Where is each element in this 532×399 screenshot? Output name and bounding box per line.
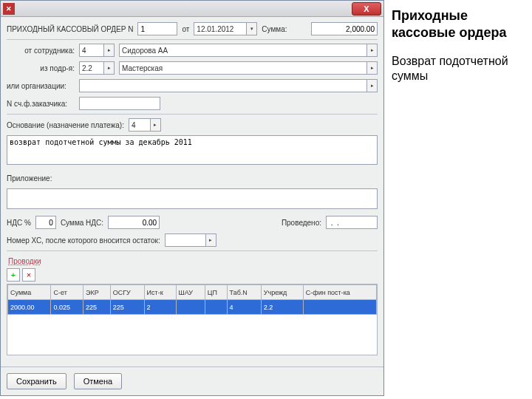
side-description: Приходные кассовые ордера Возврат подотч… (384, 0, 532, 399)
save-button[interactable]: Сохранить (7, 373, 66, 389)
dept-code-combo[interactable]: 2.2▸ (79, 61, 115, 75)
entries-grid[interactable]: Сумма С-ет ЭКР ОСГУ Ист-к ШАУ ЦП Таб.N У… (7, 284, 378, 355)
customer-invoice-label: N сч.ф.заказчика: (7, 100, 75, 108)
org-label: или организации: (7, 82, 75, 90)
employee-code-combo[interactable]: 4▸ (79, 44, 115, 57)
tab-entries[interactable]: Проводки (7, 254, 378, 267)
order-number-input[interactable] (137, 22, 177, 35)
chevron-down-icon: ▸ (103, 44, 114, 56)
app-icon: ✕ (3, 3, 15, 15)
grid-header-row: Сумма С-ет ЭКР ОСГУ Ист-к ШАУ ЦП Таб.N У… (8, 285, 377, 300)
xc-combo[interactable]: ▸ (165, 233, 216, 247)
form-area: ПРИХОДНЫЙ КАССОВЫЙ ОРДЕР N от 12.01.2012… (1, 17, 383, 366)
sum-input[interactable] (311, 22, 378, 35)
chevron-down-icon: ▸ (366, 80, 377, 92)
from-dept-label: из подр-я: (7, 64, 75, 72)
org-combo[interactable]: ▸ (79, 79, 378, 92)
vat-pct-input[interactable] (35, 216, 56, 229)
chevron-down-icon: ▸ (366, 62, 377, 74)
date-combo[interactable]: 12.01.2012▾ (194, 22, 257, 35)
posted-input[interactable] (326, 216, 378, 229)
delete-row-button[interactable]: × (22, 268, 35, 282)
dept-name-combo[interactable]: Мастерская▸ (119, 61, 378, 75)
employee-name-combo[interactable]: Сидорова АА▸ (119, 44, 378, 57)
vat-sum-input[interactable] (108, 216, 160, 229)
side-paragraph: Возврат подотчетной суммы (392, 54, 525, 83)
titlebar: ✕ X (1, 1, 383, 17)
chevron-down-icon: ▸ (150, 119, 160, 131)
cancel-button[interactable]: Отмена (74, 373, 122, 389)
posted-label: Проведено: (282, 219, 321, 227)
customer-invoice-input[interactable] (79, 97, 160, 110)
close-button[interactable]: X (352, 2, 381, 16)
xc-label: Номер ХС, после которого вносится остато… (7, 236, 160, 245)
grid-toolbar: + × (7, 267, 378, 284)
date-label: от (182, 25, 189, 33)
order-title: ПРИХОДНЫЙ КАССОВЫЙ ОРДЕР N (7, 25, 133, 33)
basis-text[interactable]: возврат подотчетной суммы за декабрь 201… (7, 135, 378, 165)
add-row-button[interactable]: + (7, 268, 20, 282)
chevron-down-icon: ▸ (366, 44, 377, 56)
header-row: ПРИХОДНЫЙ КАССОВЫЙ ОРДЕР N от 12.01.2012… (7, 21, 378, 36)
attachment-text[interactable] (7, 188, 378, 209)
grid-row[interactable]: 2000.00 0.025 225 225 2 4 2.2 (8, 300, 377, 315)
sum-label: Сумма: (262, 25, 287, 33)
button-bar: Сохранить Отмена (1, 366, 383, 395)
basis-code-combo[interactable]: 4▸ (129, 118, 161, 132)
vat-pct-label: НДС % (7, 219, 31, 227)
attachment-label: Приложение: (7, 174, 52, 183)
chevron-down-icon: ▸ (103, 62, 114, 74)
order-window: ✕ X ПРИХОДНЫЙ КАССОВЫЙ ОРДЕР N от 12.01.… (0, 0, 384, 396)
from-employee-label: от сотрудника: (7, 47, 75, 55)
chevron-down-icon: ▾ (246, 23, 256, 35)
chevron-down-icon: ▸ (205, 234, 216, 246)
vat-sum-label: Сумма НДС: (61, 219, 103, 227)
side-heading: Приходные кассовые ордера (392, 7, 525, 41)
basis-label: Основание (назначение платежа): (7, 121, 124, 129)
